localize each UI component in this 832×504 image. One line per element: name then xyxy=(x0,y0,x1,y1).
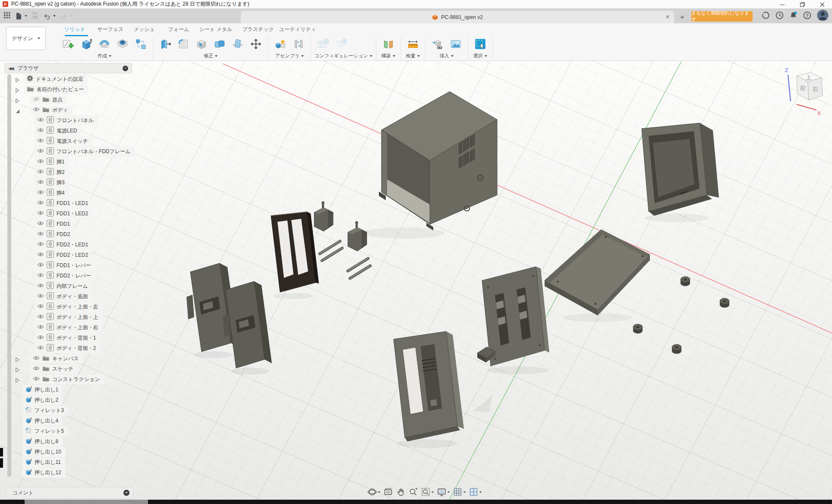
timeline-feature-row[interactable]: 押し出し11 xyxy=(0,457,65,467)
view-cube[interactable]: 上 前 右 Z X xyxy=(779,64,832,118)
revolve-icon[interactable] xyxy=(96,37,113,51)
viewcube-face-right[interactable]: 右 xyxy=(812,85,819,93)
workspace-selector[interactable]: デザイン xyxy=(6,27,46,50)
visibility-eye-icon[interactable] xyxy=(37,242,44,248)
visibility-off-icon[interactable] xyxy=(33,97,40,103)
ribbon-tab-4[interactable]: フォーム xyxy=(168,26,189,33)
visibility-eye-icon[interactable] xyxy=(37,293,44,299)
select-icon[interactable] xyxy=(472,37,489,51)
browser-item-row[interactable]: 内部フレーム xyxy=(0,281,92,291)
expand-arrow-icon[interactable] xyxy=(16,76,19,84)
file-icon[interactable] xyxy=(16,13,27,20)
expand-arrow-icon[interactable] xyxy=(16,366,19,374)
browser-item-row[interactable]: FDD2・レバー xyxy=(0,271,95,281)
browser-item-row[interactable]: 脚3 xyxy=(0,177,69,188)
part-fdd-hub-2[interactable] xyxy=(348,221,367,252)
save-icon[interactable] xyxy=(32,12,38,20)
visibility-eye-icon[interactable] xyxy=(37,138,44,144)
dropdown-caret-icon[interactable] xyxy=(432,491,434,493)
extrude-feature-icon[interactable] xyxy=(25,458,32,466)
joint-icon[interactable] xyxy=(290,37,307,51)
expand-arrow-open-icon[interactable] xyxy=(16,107,20,115)
ribbon-group-label[interactable]: 修正 xyxy=(157,53,265,59)
browser-item-row[interactable]: スケッチ xyxy=(0,364,78,374)
visibility-eye-icon[interactable] xyxy=(37,324,44,331)
visibility-eye-icon[interactable] xyxy=(37,231,44,237)
visibility-eye-icon[interactable] xyxy=(37,148,44,154)
insert-derive-icon[interactable] xyxy=(429,37,446,51)
visibility-eye-icon[interactable] xyxy=(37,128,44,134)
visibility-eye-icon[interactable] xyxy=(37,221,44,227)
visibility-eye-icon[interactable] xyxy=(37,252,44,258)
new-tab-icon[interactable]: + xyxy=(678,13,687,22)
timeline-feature-row[interactable]: 押し出し1 xyxy=(0,384,63,395)
visibility-eye-icon[interactable] xyxy=(37,314,44,320)
browser-item-row[interactable]: FDD1・レバー xyxy=(0,260,95,271)
viewcube-face-top[interactable]: 上 xyxy=(805,73,812,81)
license-warning-button[interactable]: まもなく期限切れになります xyxy=(691,11,753,22)
part-foot-2[interactable] xyxy=(719,298,730,308)
fillet-feature-icon[interactable] xyxy=(25,427,32,435)
fillet-feature-icon[interactable] xyxy=(25,406,32,415)
extrude-feature-icon[interactable] xyxy=(25,386,32,394)
dropdown-caret-icon[interactable] xyxy=(479,491,482,493)
browser-item-row[interactable]: 原点 xyxy=(0,94,67,105)
browser-item-row[interactable]: ボディ・背面・1 xyxy=(0,333,101,343)
visibility-eye-icon[interactable] xyxy=(37,200,44,206)
ribbon-group-label[interactable]: コンフィギュレーション xyxy=(315,53,372,59)
minimize-icon[interactable] xyxy=(772,0,792,9)
press-pull-icon[interactable] xyxy=(157,37,174,51)
viewport-canvas[interactable]: ◀◀ ブラウザ − ドキュメントの設定名前の付いたビュー原点ボディフロントパネル… xyxy=(0,61,832,504)
notifications-icon[interactable] xyxy=(789,11,797,21)
avatar[interactable] xyxy=(817,9,829,23)
timeline-feature-row[interactable]: フィレット5 xyxy=(0,426,68,436)
browser-item-row[interactable]: ボディ・上面・上 xyxy=(0,312,103,322)
measure-icon[interactable] xyxy=(404,37,422,51)
extrude-feature-icon[interactable] xyxy=(25,396,32,404)
fit-icon[interactable] xyxy=(421,487,434,497)
part-main-case[interactable] xyxy=(379,91,497,230)
ribbon-tab-5[interactable]: シート メタル xyxy=(199,26,233,33)
visibility-eye-icon[interactable] xyxy=(33,107,40,113)
move-icon[interactable] xyxy=(247,37,265,51)
timeline-feature-row[interactable]: 押し出し10 xyxy=(0,447,66,457)
combine-icon[interactable] xyxy=(211,37,228,51)
expand-arrow-icon[interactable] xyxy=(16,87,19,94)
construction-plane-icon[interactable] xyxy=(380,37,397,51)
browser-item-row[interactable]: コンストラクション xyxy=(0,374,104,384)
close-tab-icon[interactable]: ✕ xyxy=(665,14,670,20)
maximize-icon[interactable] xyxy=(792,0,812,9)
extensions-icon[interactable] xyxy=(762,11,770,21)
browser-item-row[interactable]: FDD1・LED1 xyxy=(0,198,92,208)
browser-item-row[interactable]: フロントパネル xyxy=(0,115,98,126)
browser-item-row[interactable]: ドキュメントの設定 xyxy=(0,74,88,84)
visibility-eye-icon[interactable] xyxy=(37,159,44,165)
orbit-icon[interactable] xyxy=(368,487,381,497)
browser-item-row[interactable]: フロントパネル・FDDフレーム xyxy=(0,146,135,157)
ribbon-group-label[interactable]: 挿入 xyxy=(429,53,464,59)
redo-icon[interactable] xyxy=(60,13,73,19)
pan-icon[interactable] xyxy=(396,487,406,497)
timeline-feature-row[interactable]: 押し出し4 xyxy=(0,416,63,426)
viewports-icon[interactable] xyxy=(469,487,482,497)
look-at-icon[interactable] xyxy=(384,487,393,497)
app-grid-icon[interactable] xyxy=(3,12,11,21)
visibility-eye-icon[interactable] xyxy=(37,283,44,289)
part-small-bracket[interactable] xyxy=(477,347,495,362)
ribbon-tab-1[interactable]: ソリッド xyxy=(64,26,85,33)
display-settings-icon[interactable] xyxy=(437,487,450,497)
visibility-eye-icon[interactable] xyxy=(33,376,40,382)
hole-icon[interactable] xyxy=(114,37,131,51)
split-body-icon[interactable] xyxy=(229,37,246,51)
document-tab[interactable]: PC-9881_open v2 ✕ xyxy=(241,11,674,23)
visibility-eye-icon[interactable] xyxy=(37,169,44,175)
timeline-feature-row[interactable]: 押し出し12 xyxy=(0,467,66,478)
browser-item-row[interactable]: FDD1 xyxy=(0,219,74,229)
extrude-feature-icon[interactable] xyxy=(25,438,32,446)
browser-item-row[interactable]: FDD2・LED2 xyxy=(0,250,92,260)
extrude-icon[interactable] xyxy=(78,37,95,51)
part-foot-3[interactable] xyxy=(632,324,643,334)
timeline-feature-row[interactable]: 押し出し8 xyxy=(0,436,63,447)
visibility-eye-icon[interactable] xyxy=(33,356,40,362)
part-body-bottom-tray[interactable] xyxy=(545,230,650,315)
